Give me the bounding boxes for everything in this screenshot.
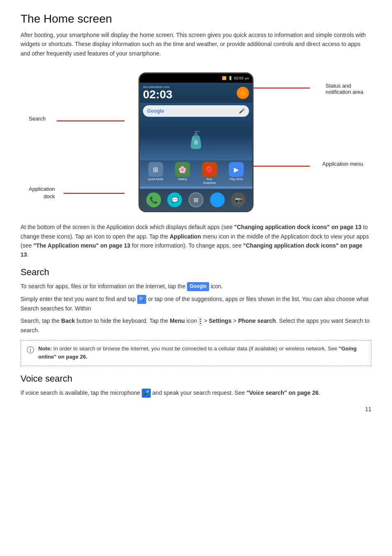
phone-screen-wrapper: 📶 🔋 02:03 pm AccuWeather.com 02:03 Googl… bbox=[138, 72, 254, 212]
status-time: 02:03 bbox=[234, 76, 244, 80]
label-app-dock: Application dock bbox=[29, 185, 55, 200]
play-store-icon: ▶ bbox=[234, 166, 239, 174]
app-icon-quick-mode: ⊞ Quick Mode bbox=[145, 162, 166, 185]
label-app-menu: Application menu bbox=[322, 161, 363, 167]
dock-messages-icon: 💬 bbox=[167, 192, 182, 207]
note-text: Note: In order to search or browse the i… bbox=[38, 345, 365, 362]
body-paragraph: At the bottom of the screen is the Appli… bbox=[21, 222, 371, 259]
app-dock-arrow-line bbox=[64, 193, 125, 194]
wifi-icon: 📶 bbox=[222, 76, 226, 80]
phone-mockup: 📶 🔋 02:03 pm AccuWeather.com 02:03 Googl… bbox=[138, 72, 254, 216]
page-number: 11 bbox=[21, 406, 371, 412]
app-icons-row: ⊞ Quick Mode 🌸 Gallery 🔴 bbox=[140, 160, 252, 186]
dock-camera-icon: 📷 bbox=[231, 192, 246, 207]
play-store-label: Play Store bbox=[230, 178, 243, 181]
phone-status-bar: 📶 🔋 02:03 pm bbox=[140, 74, 252, 83]
snapnote-icon-box: 🔴 bbox=[202, 162, 217, 177]
search-section-title: Search bbox=[21, 267, 371, 278]
label-status-area: Status and notification area bbox=[325, 83, 363, 95]
search-para-1: To search for apps, files or for informa… bbox=[21, 282, 371, 291]
quick-mode-icon-box: ⊞ bbox=[148, 162, 163, 177]
weather-widget: AccuWeather.com 02:03 bbox=[140, 83, 252, 103]
gallery-icon-box: 🌸 bbox=[175, 162, 190, 177]
weather-sun-icon bbox=[237, 87, 249, 99]
note-icon: ⓘ bbox=[27, 345, 34, 355]
phone-call-icon: 📞 bbox=[150, 196, 158, 204]
globe-icon: 🌐 bbox=[213, 196, 221, 204]
label-search: Search bbox=[29, 116, 46, 122]
gallery-icon: 🌸 bbox=[178, 166, 187, 174]
app-grid-icon: ⊞ bbox=[194, 197, 198, 203]
weather-info: AccuWeather.com 02:03 bbox=[143, 85, 173, 100]
google-search-bar[interactable]: Google 🎤 bbox=[143, 105, 249, 117]
weather-time: 02:03 bbox=[143, 89, 173, 100]
note-box: ⓘ Note: In order to search or browse the… bbox=[21, 340, 371, 366]
status-area-arrow-line bbox=[250, 88, 310, 88]
app-icon-gallery: 🌸 Gallery bbox=[172, 162, 193, 185]
search-section: To search for apps, files or for informa… bbox=[21, 282, 371, 366]
gallery-label: Gallery bbox=[178, 178, 187, 181]
diagram-section: Search Application dock Status and notif… bbox=[21, 66, 371, 222]
wallpaper-figure: 🧴 bbox=[186, 130, 206, 150]
status-pm: pm bbox=[245, 77, 249, 80]
google-label: Google bbox=[147, 108, 164, 114]
search-arrow-line bbox=[57, 120, 125, 121]
snapnote-icon: 🔴 bbox=[205, 166, 214, 174]
search-para-3: Search, tap the Back button to hide the … bbox=[21, 316, 371, 335]
page-title: The Home screen bbox=[21, 12, 371, 25]
quick-mode-label: Quick Mode bbox=[148, 178, 163, 181]
google-badge[interactable]: Google bbox=[187, 282, 209, 291]
app-icon-play-store: ▶ Play Store bbox=[226, 162, 247, 185]
app-menu-arrow-line bbox=[250, 166, 310, 167]
menu-icon-inline bbox=[198, 317, 202, 326]
dock-browser-icon: 🌐 bbox=[210, 192, 225, 207]
mic-icon-search: 🎤 bbox=[239, 108, 245, 114]
mic-icon-inline: 🎤 bbox=[142, 389, 151, 398]
app-dock: 📞 💬 ⊞ 🌐 📷 bbox=[140, 189, 252, 211]
camera-icon: 📷 bbox=[235, 197, 242, 203]
message-icon: 💬 bbox=[171, 197, 178, 203]
dock-phone-icon: 📞 bbox=[146, 192, 161, 207]
phone-home-screen: AccuWeather.com 02:03 Google 🎤 🧴 bbox=[140, 83, 252, 211]
quick-mode-icon: ⊞ bbox=[153, 166, 158, 174]
dock-app-menu-icon[interactable]: ⊞ bbox=[189, 192, 203, 207]
snapnote-label: Acer SnapNote bbox=[203, 178, 216, 185]
battery-icon: 🔋 bbox=[228, 76, 233, 80]
phone-middle-area: 🧴 bbox=[140, 119, 252, 160]
intro-paragraph: After booting, your smartphone will disp… bbox=[21, 30, 371, 58]
search-icon-inline: 🔍 bbox=[137, 295, 146, 304]
search-para-2: Simply enter the text you want to find a… bbox=[21, 294, 371, 313]
play-store-icon-box: ▶ bbox=[229, 162, 244, 177]
voice-search-para: If voice search is available, tap the mi… bbox=[21, 388, 371, 398]
app-icon-acer-snapnote: 🔴 Acer SnapNote bbox=[199, 162, 220, 185]
voice-search-section-title: Voice search bbox=[21, 373, 371, 384]
